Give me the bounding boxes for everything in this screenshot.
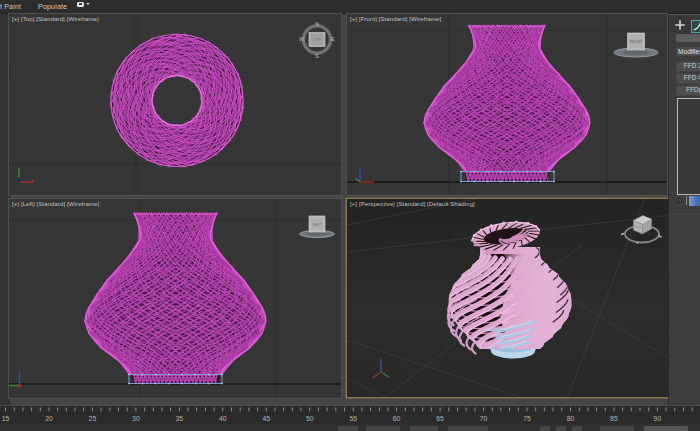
timeline-frame-label: 75 <box>523 415 531 422</box>
timeline-frame-label: 50 <box>306 415 314 422</box>
viewport-top[interactable]: [+] [Top] [Standard] [Wireframe] N W E S… <box>9 14 341 195</box>
vase-object-wireframe[interactable] <box>84 213 267 384</box>
viewport-perspective-label[interactable]: [+] [Perspective] [Standard] [Default Sh… <box>350 201 475 207</box>
timeline-frame-label: 90 <box>654 415 662 422</box>
compass-letter-n[interactable]: N <box>315 21 319 27</box>
play-button[interactable] <box>556 426 566 431</box>
axis-y <box>381 372 390 378</box>
axis-x <box>373 372 382 378</box>
viewport-front[interactable]: [+] [Front] [Standard] [Wireframe] FRONT <box>347 14 667 195</box>
ribbon-tab-object-paint[interactable]: t Paint <box>0 2 21 11</box>
command-panel: Modifier List FFD 2x2x2 FFD 4x4x4 FFD(bo… <box>668 14 700 406</box>
next-frame-button[interactable] <box>572 426 582 431</box>
go-to-end-button[interactable] <box>644 426 688 431</box>
viewcube-front[interactable]: FRONT <box>611 28 667 76</box>
timeline-frame-label: 70 <box>480 415 488 422</box>
prev-frame-button[interactable] <box>540 426 550 431</box>
modifier-button-ffd4[interactable]: FFD 4x4x4 <box>676 73 700 84</box>
modifier-button-ffdbox[interactable]: FFD(box) <box>676 85 700 96</box>
coordinate-field[interactable] <box>448 426 488 431</box>
set-key-button[interactable] <box>338 426 358 431</box>
viewcube-face-label: LEFT <box>313 223 323 227</box>
modify-tab-icon[interactable] <box>691 20 700 33</box>
ribbon-toggle-icon[interactable] <box>77 2 84 7</box>
viewport-front-label[interactable]: [+] [Front] [Standard] [Wireframe] <box>350 16 441 22</box>
timeline-frame-label: 85 <box>610 415 618 422</box>
key-filters-button[interactable] <box>366 426 400 431</box>
axis-tripod-top <box>17 168 33 182</box>
ribbon-dropdown-caret-icon[interactable] <box>86 3 90 5</box>
command-panel-tabs <box>669 16 700 34</box>
modifier-button-ffd2[interactable]: FFD 2x2x2 <box>676 61 700 72</box>
viewport-perspective-canvas: FRONT <box>347 199 670 397</box>
axis-tripod-perspective <box>373 359 390 378</box>
viewcube-left[interactable]: LEFT <box>297 208 341 248</box>
compass-letter-e[interactable]: E <box>331 36 335 42</box>
viewport-top-label[interactable]: [+] [Top] [Standard] [Wireframe] <box>12 16 99 22</box>
timeline-frame-label: 30 <box>132 415 140 422</box>
3ds-max-application: { "ribbon": { "tabs": [ { "label": "t Pa… <box>0 0 700 431</box>
viewport-left-label[interactable]: [+] [Left] [Standard] [Wireframe] <box>12 201 99 207</box>
create-tab-icon[interactable] <box>674 19 686 31</box>
viewport-left[interactable]: [+] [Left] [Standard] [Wireframe] LEFT <box>9 199 341 398</box>
vase-object-top-wireframe[interactable] <box>110 33 244 168</box>
current-frame-field[interactable] <box>600 426 634 431</box>
time-field[interactable] <box>410 426 438 431</box>
timeline-frame-label: 65 <box>436 415 444 422</box>
axis-tripod-left <box>10 371 22 388</box>
ribbon-tab-populate[interactable]: Populate <box>38 2 67 11</box>
timeline-frame-label: 35 <box>176 415 184 422</box>
modifier-stack-toolbar <box>669 195 700 207</box>
timeline-frame-label: 80 <box>567 415 575 422</box>
viewcube-dish-inner <box>307 232 328 236</box>
vase-object-wireframe[interactable] <box>423 25 591 182</box>
viewport-left-canvas <box>9 199 341 398</box>
viewcube-face-label: TOP <box>313 38 321 42</box>
modifier-stack-list[interactable] <box>677 98 700 195</box>
compass-letter-w[interactable]: W <box>299 36 304 42</box>
timeline-frame-label: 15 <box>2 415 10 422</box>
rollout-divider <box>669 214 700 215</box>
ribbon-tab-bar: t Paint Populate <box>0 0 700 14</box>
timeline-frame-label: 40 <box>219 415 227 422</box>
toolbar-separator <box>686 196 687 205</box>
timeline-frame-label: 20 <box>45 415 53 422</box>
viewport-perspective[interactable]: FRONT [+] [Perspective] [Standard] [Defa… <box>347 199 670 397</box>
pin-stack-icon[interactable] <box>676 197 683 205</box>
timeline-ruler[interactable]: 15 20 25 30 35 40 45 50 55 60 65 70 75 8… <box>0 405 700 425</box>
status-bar <box>0 424 700 431</box>
timeline-frame-label: 55 <box>349 415 357 422</box>
timeline-frame-label: 45 <box>263 415 271 422</box>
object-name-field[interactable] <box>676 34 700 42</box>
viewcube-top[interactable]: N W E S TOP <box>292 19 342 65</box>
timeline-frame-label: 60 <box>393 415 401 422</box>
axis-tripod-front <box>356 167 375 182</box>
timeline-frame-label: 25 <box>89 415 97 422</box>
viewcube-dish-inner <box>623 50 649 55</box>
show-end-result-button[interactable] <box>689 196 700 206</box>
viewcube-face-label: FRONT <box>630 40 643 44</box>
modifier-list-dropdown[interactable]: Modifier List <box>676 47 700 56</box>
